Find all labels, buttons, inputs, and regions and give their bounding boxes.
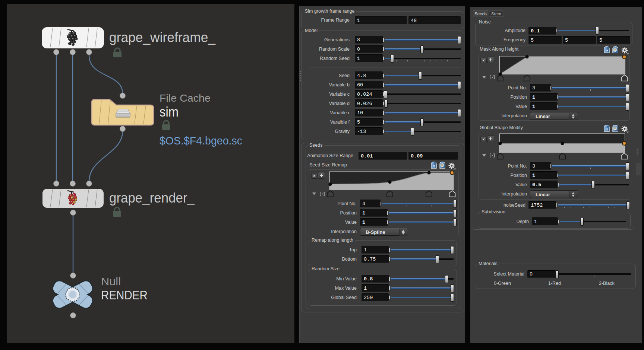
svg-text:sim: sim [160,104,179,120]
svg-text:$OS.$F4.bgeo.sc: $OS.$F4.bgeo.sc [160,135,242,147]
svg-text:grape_render_: grape_render_ [109,190,195,206]
svg-text:File Cache: File Cache [160,92,211,104]
svg-text:grape_wireframe_: grape_wireframe_ [109,30,215,45]
svg-text:RENDER: RENDER [101,288,148,302]
svg-text:Null: Null [101,276,121,287]
